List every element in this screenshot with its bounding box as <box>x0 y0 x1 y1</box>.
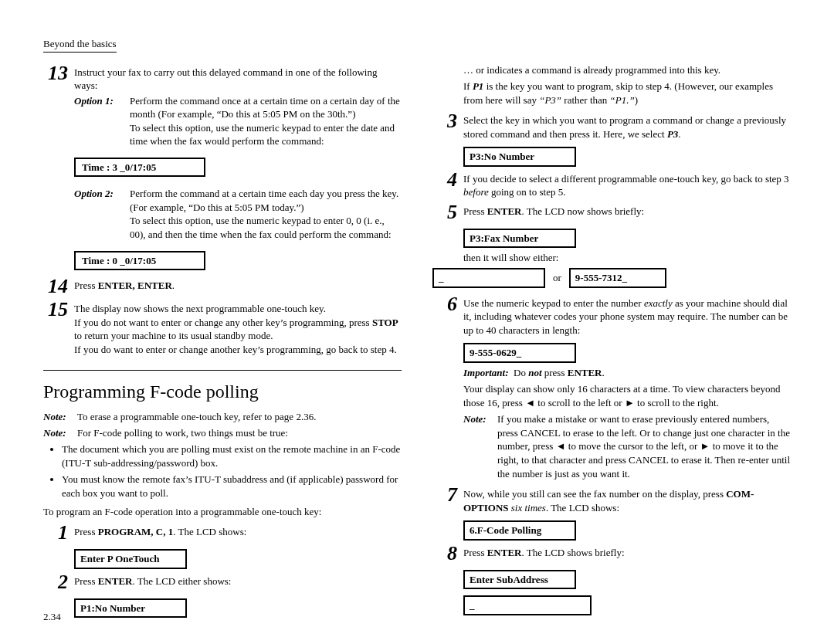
r-step-5-num: 5 <box>432 202 457 222</box>
step-13-num: 13 <box>43 63 68 150</box>
r-step-6-note: If you make a mistake or want to erase p… <box>497 412 791 480</box>
lcd-enter-p: Enter P OneTouch <box>74 549 187 569</box>
option-2-text-2: To select this option, use the numeric k… <box>130 214 402 241</box>
page-number: 2.34 <box>43 610 61 624</box>
lcd-9-555-7312: 9-555-7312_ <box>569 268 666 288</box>
left-column: 13 Instruct your fax to carry out this d… <box>43 63 402 622</box>
r-step-6-note-lbl: Note: <box>463 412 497 480</box>
option-1-text-1: Perform the command once at a certain ti… <box>130 94 402 121</box>
r-step-3-num: 3 <box>432 111 457 141</box>
step-15-num: 15 <box>43 300 68 356</box>
lcd-time-3: Time : 3 _0/17:05 <box>74 158 205 178</box>
step-15-l2b: to return your machine to its usual stan… <box>74 330 273 341</box>
step-14-key: ENTER, ENTER <box>98 280 172 291</box>
lcd-time-0: Time : 0 _0/17:05 <box>74 251 205 271</box>
step-14-b: . <box>172 280 175 291</box>
lcd-blank: _ <box>432 268 545 288</box>
right-line-1: … or indicates a command is already prog… <box>463 63 791 77</box>
note-1-label: Note: <box>43 410 77 424</box>
step-15-l2k: STOP <box>372 317 398 328</box>
note-1-text: To erase a programmable one-touch key, r… <box>77 410 402 424</box>
lcd-fcode-polling: 6.F-Code Polling <box>463 520 576 541</box>
page-header: Beyond the basics <box>43 37 117 53</box>
step-13-text: Instruct your fax to carry out this dela… <box>74 66 402 93</box>
step-15-l1: The display now shows the next programma… <box>74 302 402 316</box>
bullet-1: The document which you are polling must … <box>62 442 402 469</box>
step-14-a: Press <box>74 280 98 291</box>
step-15-l3: If you do want to enter or change anothe… <box>74 343 402 357</box>
step-15-l2a: If you do not want to enter or change an… <box>74 317 372 328</box>
r-step-6-num: 6 <box>432 294 457 337</box>
lcd-p3-no-number: P3:No Number <box>463 147 576 167</box>
right-column: … or indicates a command is already prog… <box>432 63 791 622</box>
section-heading: Programming F-code polling <box>43 381 402 402</box>
lcd-9-555-0629: 9-555-0629_ <box>463 343 576 363</box>
step-14-num: 14 <box>43 276 68 297</box>
lcd-p1-no-number: P1:No Number <box>74 598 187 619</box>
r-step-7-num: 7 <box>432 485 457 514</box>
option-1-text-2: To select this option, use the numeric k… <box>130 121 402 148</box>
p-step-1-num: 1 <box>43 523 68 543</box>
r-step-6-p2: Your display can show only 16 characters… <box>463 382 791 409</box>
note-2-label: Note: <box>43 426 77 440</box>
option-2-label: Option 2: <box>74 187 130 241</box>
r-step-4-num: 4 <box>432 170 457 199</box>
note-2-text: For F-code polling to work, two things m… <box>77 426 402 440</box>
r-step-8-num: 8 <box>432 544 457 564</box>
lcd-enter-subaddress: Enter SubAddress <box>463 570 576 590</box>
p-step-2-num: 2 <box>43 572 68 592</box>
option-2-text-1: Perform the command at a certain time ea… <box>130 187 402 214</box>
bullet-2: You must know the remote fax’s ITU-T sub… <box>62 473 402 500</box>
lcd-p3-fax: P3:Fax Number <box>463 229 576 249</box>
intro-para: To program an F-code operation into a pr… <box>43 505 402 519</box>
divider <box>43 370 402 371</box>
lcd-blank-2: _ <box>463 595 592 615</box>
option-1-label: Option 1: <box>74 94 130 148</box>
then-text: then it will show either: <box>463 251 791 265</box>
or-text: or <box>553 271 561 285</box>
